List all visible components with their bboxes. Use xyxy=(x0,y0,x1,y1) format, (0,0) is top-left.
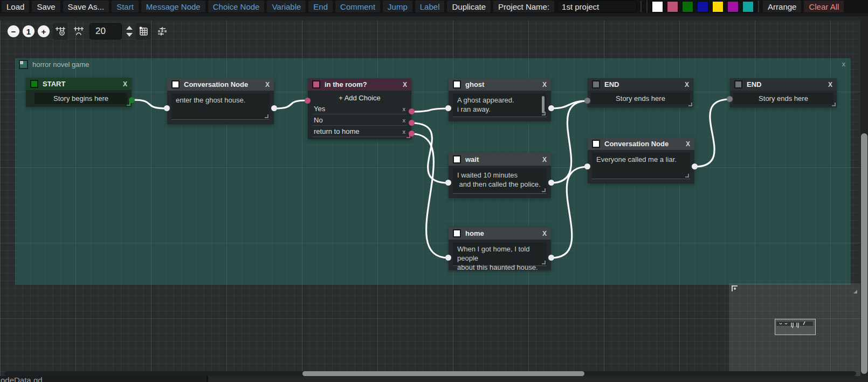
spinner-up-icon[interactable] xyxy=(126,26,133,30)
menu-label-button[interactable]: Label xyxy=(415,1,445,12)
add-choice-button[interactable]: + Add Choice xyxy=(311,92,408,104)
output-port[interactable] xyxy=(129,97,135,103)
color-swatch-rose[interactable] xyxy=(666,1,679,13)
node-header[interactable]: wait X xyxy=(449,153,551,166)
zoom-out-button[interactable]: − xyxy=(8,25,19,37)
node-header[interactable]: END X xyxy=(588,78,693,91)
textarea-scrollbar[interactable] xyxy=(542,96,545,113)
choice-row-return-to-home[interactable]: return to home x xyxy=(312,126,407,137)
output-port-no[interactable] xyxy=(409,120,415,126)
minimap-viewport[interactable] xyxy=(775,319,816,335)
node-color-swatch[interactable] xyxy=(453,229,461,237)
node-conversation-2[interactable]: Conversation Node X Everyone called me a… xyxy=(588,138,694,183)
menu-load-button[interactable]: Load xyxy=(2,1,29,12)
horizontal-scrollbar[interactable] xyxy=(4,371,856,376)
minimap-toggle-button[interactable] xyxy=(136,23,151,39)
output-port[interactable] xyxy=(548,255,554,261)
menu-comment-button[interactable]: Comment xyxy=(335,1,380,12)
node-conversation-1[interactable]: Conversation Node X enter the ghost hous… xyxy=(167,78,274,124)
input-port[interactable] xyxy=(445,255,451,261)
output-port[interactable] xyxy=(548,180,554,186)
node-color-swatch[interactable] xyxy=(734,80,742,88)
node-header[interactable]: Conversation Node X xyxy=(588,138,694,150)
node-close-button[interactable]: X xyxy=(542,230,547,237)
menu-jump-button[interactable]: Jump xyxy=(383,1,412,12)
node-color-swatch[interactable] xyxy=(592,80,600,88)
output-port-yes[interactable] xyxy=(409,108,415,114)
arrange-button[interactable]: Arrange xyxy=(763,1,801,12)
input-port[interactable] xyxy=(164,105,170,111)
delete-choice-button[interactable]: x xyxy=(403,117,406,124)
color-swatch-blue[interactable] xyxy=(697,1,709,13)
textarea-resize-handle[interactable] xyxy=(542,188,546,192)
input-port[interactable] xyxy=(305,98,311,104)
node-header[interactable]: in the room? X xyxy=(308,78,411,91)
input-port[interactable] xyxy=(727,96,733,102)
color-swatch-yellow[interactable] xyxy=(712,1,724,13)
node-color-swatch[interactable] xyxy=(312,80,320,88)
textarea-resize-handle[interactable] xyxy=(542,112,546,115)
node-wait[interactable]: wait X I waited 10 minutes and then call… xyxy=(449,153,551,198)
choice-row-no[interactable]: No x xyxy=(312,115,407,126)
node-close-button[interactable]: X xyxy=(828,81,832,88)
group-header[interactable]: horror novel game xyxy=(15,58,851,69)
output-port[interactable] xyxy=(271,105,277,111)
textarea-resize-handle[interactable] xyxy=(685,174,689,178)
zoom-in-button[interactable]: + xyxy=(38,25,50,37)
node-close-button[interactable]: X xyxy=(686,140,690,148)
menu-variable-button[interactable]: Variable xyxy=(267,1,306,12)
node-home[interactable]: home X When I got home, I told people ab… xyxy=(449,227,551,270)
menu-choice-node-button[interactable]: Choice Node xyxy=(208,1,265,12)
menu-message-node-button[interactable]: Message Node xyxy=(141,1,205,12)
node-ghost[interactable]: ghost X A ghost appeared. i ran away. xyxy=(449,78,551,121)
node-resize-handle[interactable] xyxy=(832,103,836,106)
delete-choice-button[interactable]: x xyxy=(403,128,406,135)
node-header[interactable]: ghost X xyxy=(449,78,551,91)
minimap-resize-icon[interactable] xyxy=(853,290,857,294)
node-resize-handle[interactable] xyxy=(688,103,692,106)
group-region-horror-novel-game[interactable]: horror novel game x xyxy=(15,58,851,285)
output-port-return-to-home[interactable] xyxy=(409,131,415,137)
input-port[interactable] xyxy=(584,163,590,169)
menu-start-node-button[interactable]: Start xyxy=(112,1,139,12)
node-start[interactable]: START X Story begins here xyxy=(26,78,132,107)
script-tab[interactable]: odeData.gd xyxy=(0,376,208,382)
project-name-input[interactable] xyxy=(557,1,637,12)
input-port[interactable] xyxy=(584,98,590,104)
minimap-panel[interactable] xyxy=(729,283,860,376)
output-port[interactable] xyxy=(692,163,698,169)
textarea-resize-handle[interactable] xyxy=(542,261,546,264)
node-close-button[interactable]: X xyxy=(123,80,127,88)
node-color-swatch[interactable] xyxy=(30,80,38,88)
node-header[interactable]: START X xyxy=(26,78,132,90)
node-header[interactable]: Conversation Node X xyxy=(167,78,274,91)
arrange-nodes-button[interactable] xyxy=(154,23,169,39)
dialogue-text-input[interactable]: When I got home, I told people about thi… xyxy=(453,242,547,266)
color-swatch-purple[interactable] xyxy=(727,1,739,13)
clear-all-button[interactable]: Clear All xyxy=(804,1,844,12)
dialogue-text-input[interactable]: enter the ghost house. xyxy=(171,93,270,120)
node-close-button[interactable]: X xyxy=(542,156,547,163)
color-swatch-teal[interactable] xyxy=(742,1,754,13)
node-close-button[interactable]: X xyxy=(542,81,547,88)
node-close-button[interactable]: X xyxy=(685,81,689,88)
output-port[interactable] xyxy=(548,105,554,111)
snap-distance-input[interactable] xyxy=(89,23,122,39)
color-swatch-white[interactable] xyxy=(651,1,664,13)
textarea-resize-handle[interactable] xyxy=(265,114,268,118)
input-port[interactable] xyxy=(445,105,451,111)
menu-save-as-button[interactable]: Save As... xyxy=(63,1,109,12)
group-close-button[interactable]: x xyxy=(842,60,846,68)
vertical-scrollbar-thumb[interactable] xyxy=(861,133,867,374)
node-close-button[interactable]: X xyxy=(265,81,270,88)
dialogue-text-input[interactable]: Everyone called me a liar. xyxy=(592,153,690,179)
zoom-reset-button[interactable]: 1 xyxy=(23,25,35,37)
node-color-swatch[interactable] xyxy=(171,80,180,88)
node-color-swatch[interactable] xyxy=(453,155,461,163)
graph-canvas[interactable]: horror novel game x START X xyxy=(0,16,868,376)
delete-choice-button[interactable]: x xyxy=(403,106,406,112)
node-color-swatch[interactable] xyxy=(453,80,461,88)
minimap-grip-icon[interactable] xyxy=(732,285,738,291)
vertical-scrollbar[interactable] xyxy=(860,16,868,376)
spinner-down-icon[interactable] xyxy=(126,33,133,37)
